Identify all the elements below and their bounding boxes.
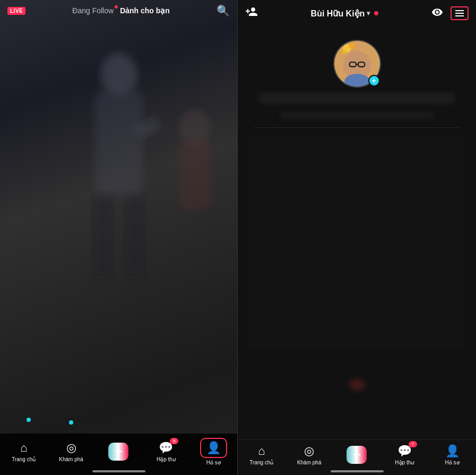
nav-right-icons: [431, 6, 469, 21]
chevron-down-icon: ▾: [367, 10, 370, 17]
compass-icon-left: ◎: [66, 441, 76, 455]
menu-line-1: [455, 10, 464, 11]
plus-button-right[interactable]: +: [347, 446, 367, 464]
nav-tabs: Đang Follow Dành cho bạn: [72, 6, 170, 15]
svg-rect-1: [95, 90, 143, 196]
nav-ho-so-right[interactable]: 👤 Hồ sơ: [436, 444, 468, 465]
nav-kham-pha-right[interactable]: ◎ Khám phá: [293, 444, 325, 465]
profile-active-border: 👤: [200, 438, 227, 458]
svg-rect-6: [179, 141, 211, 210]
top-nav-left: LIVE Đang Follow Dành cho bạn 🔍: [0, 0, 237, 21]
home-indicator-right: [331, 470, 384, 472]
svg-point-10: [341, 49, 346, 55]
tab-following[interactable]: Đang Follow: [72, 6, 114, 15]
nav-trang-chu-right[interactable]: ⌂ Trang chủ: [246, 444, 278, 465]
home-label-right: Trang chủ: [249, 460, 273, 465]
divider-1: [254, 127, 460, 128]
profile-name-header[interactable]: Bùi Hữu Kiện ▾: [311, 8, 379, 19]
online-indicator: [374, 11, 378, 15]
hop-thu-label-left: Hộp thư: [157, 456, 176, 462]
tab-for-you[interactable]: Dành cho bạn: [120, 6, 170, 15]
svg-point-0: [100, 53, 137, 96]
ho-so-label-right: Hồ sơ: [445, 460, 460, 465]
profile-name-text: Bùi Hữu Kiện: [311, 8, 365, 19]
message-badge-left: 8: [170, 438, 178, 444]
person-silhouette: [66, 32, 172, 287]
red-blob: [349, 379, 365, 390]
compass-icon-right: ◎: [304, 444, 314, 458]
home-label-left: Trang chủ: [12, 456, 36, 462]
ho-so-label-left: Hồ sơ: [206, 460, 221, 465]
add-user-icon[interactable]: [245, 5, 258, 21]
profile-section: +: [238, 29, 476, 88]
kham-pha-label-left: Khám phá: [59, 456, 83, 462]
avatar-plus-icon[interactable]: +: [368, 75, 380, 87]
nav-ho-so-left[interactable]: 👤 Hồ sơ: [197, 438, 229, 465]
profile-icon-right: 👤: [445, 444, 460, 458]
following-dot: [115, 5, 118, 8]
home-indicator-left: [92, 470, 145, 472]
top-nav-right: Bùi Hữu Kiện ▾: [238, 0, 476, 27]
nav-add-left[interactable]: +: [102, 443, 134, 461]
home-icon-right: ⌂: [258, 444, 265, 458]
bottom-nav-left: ⌂ Trang chủ ◎ Khám phá + 💬 8 Hộp thư 👤 H…: [0, 434, 237, 475]
search-icon[interactable]: 🔍: [217, 4, 230, 17]
bg-person-right: [163, 106, 227, 212]
kham-pha-label-right: Khám phá: [297, 460, 322, 465]
profile-icon-left: 👤: [206, 441, 221, 455]
nav-trang-chu-left[interactable]: ⌂ Trang chủ: [8, 441, 40, 462]
nav-hop-thu-left[interactable]: 💬 8 Hộp thư: [150, 441, 182, 462]
avatar-wrapper[interactable]: +: [333, 40, 381, 88]
svg-point-9: [349, 43, 354, 49]
blur-content-main: [248, 135, 465, 348]
left-phone: LIVE Đang Follow Dành cho bạn 🔍 ⌂ Trang …: [0, 0, 238, 475]
home-icon-left: ⌂: [20, 441, 27, 455]
svg-point-5: [179, 109, 211, 146]
nav-add-right[interactable]: +: [341, 446, 373, 464]
svg-rect-3: [92, 196, 114, 276]
nav-hop-thu-right[interactable]: 💬 7 Hộp thư: [388, 444, 420, 465]
blur-block-2: [280, 111, 434, 119]
right-phone: Bùi Hữu Kiện ▾: [238, 0, 476, 475]
message-icon-right: 💬 7: [397, 444, 412, 458]
dark-content-right: [238, 29, 476, 443]
teal-dot-left: [27, 418, 31, 422]
video-background-left: [0, 0, 237, 475]
message-badge-right: 7: [409, 441, 417, 447]
nav-kham-pha-left[interactable]: ◎ Khám phá: [55, 441, 87, 462]
menu-button[interactable]: [451, 6, 469, 20]
plus-button-left[interactable]: +: [108, 443, 128, 461]
message-icon-left: 💬 8: [159, 441, 173, 455]
blur-block-1: [259, 93, 455, 103]
eye-icon[interactable]: [431, 6, 443, 21]
teal-dot-right: [69, 420, 73, 425]
menu-line-2: [455, 13, 464, 14]
hop-thu-label-right: Hộp thư: [395, 460, 414, 465]
bottom-nav-right: ⌂ Trang chủ ◎ Khám phá + 💬 7 Hộp thư 👤 H…: [238, 439, 476, 475]
menu-line-3: [455, 15, 464, 16]
svg-rect-4: [124, 196, 145, 276]
live-badge: LIVE: [7, 7, 25, 15]
